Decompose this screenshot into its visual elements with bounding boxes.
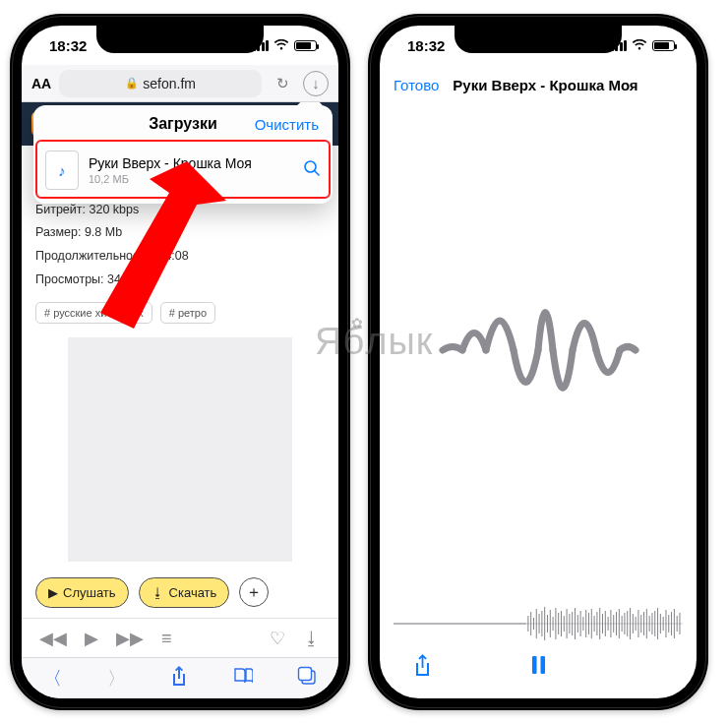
play-icon[interactable]: ▶ bbox=[85, 628, 98, 649]
svg-rect-63 bbox=[540, 656, 545, 674]
pause-button[interactable] bbox=[531, 656, 546, 679]
waveform-icon bbox=[435, 267, 641, 434]
status-time: 18:32 bbox=[407, 37, 445, 54]
lock-icon: 🔒 bbox=[125, 77, 139, 90]
file-icon: ♪ bbox=[45, 151, 79, 190]
quicklook-footer bbox=[380, 596, 697, 698]
list-icon[interactable]: ≡ bbox=[161, 629, 172, 649]
phone-right: 18:32 Готово Руки Вверх - Крошка Моя bbox=[368, 14, 708, 710]
notch bbox=[455, 26, 622, 53]
safari-toolbar: 〈 〉 bbox=[22, 657, 338, 698]
status-time: 18:32 bbox=[49, 37, 87, 54]
wifi-icon bbox=[273, 37, 289, 54]
battery-icon bbox=[294, 40, 317, 51]
quicklook-body bbox=[380, 104, 697, 596]
downloads-title: Загрузки bbox=[149, 115, 217, 133]
share-button[interactable] bbox=[413, 653, 432, 682]
svg-rect-4 bbox=[299, 668, 312, 681]
notch bbox=[96, 26, 264, 53]
svg-line-1 bbox=[315, 170, 319, 174]
quicklook-title: Руки Вверх - Крошка Моя bbox=[453, 77, 637, 93]
phone-left: 18:32 AA 🔒 sefon.fm ↻ ↓ bbox=[10, 14, 350, 710]
tabs-button[interactable] bbox=[297, 666, 317, 691]
quicklook-controls bbox=[394, 645, 683, 689]
reveal-icon[interactable] bbox=[303, 159, 321, 182]
meta-size-label: Размер bbox=[35, 225, 85, 239]
action-row: ▶ Слушать ⭳ Скачать ＋ bbox=[22, 568, 338, 618]
battery-icon bbox=[652, 40, 675, 51]
bookmarks-button[interactable] bbox=[233, 667, 253, 690]
heart-icon[interactable]: ♡ bbox=[270, 628, 285, 649]
back-button[interactable]: 〈 bbox=[43, 666, 62, 692]
download-button[interactable]: ⭳ Скачать bbox=[139, 577, 230, 608]
reader-button[interactable]: AA bbox=[31, 76, 51, 91]
audio-track[interactable] bbox=[394, 602, 683, 645]
screen-right: 18:32 Готово Руки Вверх - Крошка Моя bbox=[380, 26, 697, 698]
safari-url-bar: AA 🔒 sefon.fm ↻ ↓ bbox=[22, 65, 338, 102]
quicklook-header: Готово Руки Вверх - Крошка Моя bbox=[380, 65, 697, 104]
page-content: 🎵 Дат Фор Битрейт320 kbps Размер9.8 Mb П… bbox=[22, 102, 338, 657]
done-button[interactable]: Готово bbox=[394, 77, 439, 93]
forward-button[interactable]: 〉 bbox=[107, 666, 126, 692]
waveform-scrubber bbox=[526, 604, 683, 643]
url-host: sefon.fm bbox=[143, 76, 196, 91]
clear-downloads-button[interactable]: Очистить bbox=[255, 116, 319, 133]
wifi-icon bbox=[632, 37, 647, 54]
svg-marker-2 bbox=[100, 161, 226, 329]
share-button[interactable] bbox=[170, 665, 188, 692]
reload-button[interactable]: ↻ bbox=[270, 71, 295, 96]
downloads-button[interactable]: ↓ bbox=[303, 71, 329, 96]
next-icon[interactable]: ▶▶ bbox=[116, 628, 144, 649]
add-button[interactable]: ＋ bbox=[239, 577, 269, 607]
mini-player: ◀◀ ▶ ▶▶ ≡ ♡ ⭳ bbox=[22, 618, 338, 658]
annotation-arrow bbox=[79, 161, 226, 329]
url-field[interactable]: 🔒 sefon.fm bbox=[59, 70, 262, 97]
svg-rect-62 bbox=[532, 656, 537, 674]
listen-button[interactable]: ▶ Слушать bbox=[35, 577, 129, 608]
download-icon[interactable]: ⭳ bbox=[303, 629, 321, 649]
screen-left: 18:32 AA 🔒 sefon.fm ↻ ↓ bbox=[22, 26, 338, 698]
album-art-placeholder bbox=[68, 337, 292, 562]
prev-icon[interactable]: ◀◀ bbox=[39, 628, 67, 649]
